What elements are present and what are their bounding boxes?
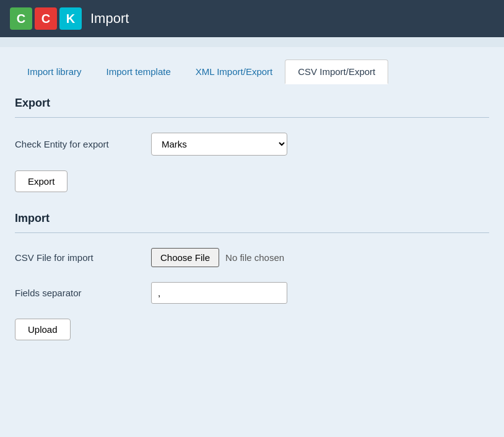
export-section: Export Check Entity for export Marks Stu… <box>15 97 489 207</box>
separator-label: Fields separator <box>15 288 151 298</box>
tab-import-library[interactable]: Import library <box>15 60 94 84</box>
tab-csv-import-export[interactable]: CSV Import/Export <box>285 60 388 84</box>
separator-input[interactable] <box>151 282 287 304</box>
tab-bar: Import library Import template XML Impor… <box>15 60 489 84</box>
entity-row: Check Entity for export Marks Students C… <box>15 133 489 156</box>
tab-xml-import-export[interactable]: XML Import/Export <box>183 60 285 84</box>
file-input-wrapper: Choose File No file chosen <box>151 248 284 267</box>
csv-file-label: CSV File for import <box>15 252 151 263</box>
import-divider <box>15 232 489 233</box>
csv-file-row: CSV File for import Choose File No file … <box>15 248 489 267</box>
import-section-title: Import <box>15 212 489 225</box>
logo-group: C C K <box>10 7 82 30</box>
no-file-text: No file chosen <box>225 252 284 263</box>
sub-header <box>0 37 504 47</box>
logo-k-icon: K <box>59 7 82 30</box>
export-section-title: Export <box>15 97 489 110</box>
tab-import-template[interactable]: Import template <box>94 60 183 84</box>
import-section: Import CSV File for import Choose File N… <box>15 212 489 355</box>
export-button[interactable]: Export <box>15 170 67 192</box>
entity-label: Check Entity for export <box>15 139 151 149</box>
export-divider <box>15 117 489 118</box>
separator-row: Fields separator <box>15 282 489 304</box>
main-content: Import library Import template XML Impor… <box>0 47 504 437</box>
header-title: Import <box>90 11 129 27</box>
logo-c2-icon: C <box>35 7 57 30</box>
upload-button[interactable]: Upload <box>15 319 71 340</box>
choose-file-button[interactable]: Choose File <box>151 248 219 267</box>
logo-c1-icon: C <box>10 7 32 30</box>
entity-select[interactable]: Marks Students Courses <box>151 133 287 156</box>
header: C C K Import <box>0 0 504 37</box>
